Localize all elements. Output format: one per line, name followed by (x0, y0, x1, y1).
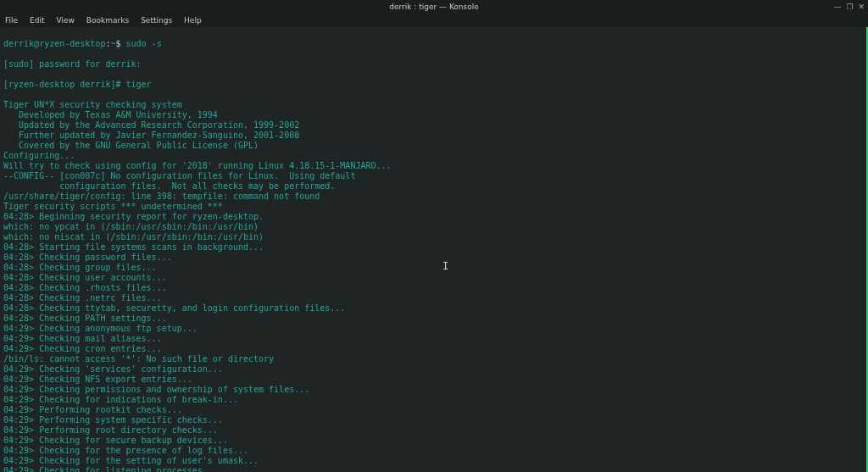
terminal-line: configuration files. Not all checks may … (3, 181, 863, 192)
window-controls: — ❐ ✕ (833, 0, 865, 14)
window-titlebar: derrik : tiger — Konsole — ❐ ✕ (0, 0, 868, 14)
maximize-icon[interactable]: ❐ (846, 0, 853, 14)
terminal-line: 04:28> Checking .netrc files... (3, 293, 863, 303)
prompt-root: [ryzen-desktop derrik]# (3, 80, 126, 89)
terminal-line: 04:28> Checking ttytab, securetty, and l… (3, 303, 863, 314)
terminal-line: 04:29> Checking for indications of break… (3, 395, 863, 405)
terminal-line: 04:29> Checking mail aliases... (3, 334, 863, 344)
terminal-line: /usr/share/tiger/config: line 398: tempf… (3, 192, 863, 202)
terminal-line: Tiger UN*X security checking system (3, 100, 863, 110)
command-text: sudo -s (126, 39, 162, 48)
terminal-line: 04:29> Checking cron entries... (3, 344, 863, 354)
terminal-line: Covered by the GNU General Public Licens… (3, 141, 863, 151)
terminal-line: 04:29> Performing system specific checks… (3, 415, 863, 425)
terminal-line: /bin/ls: cannot access '*': No such file… (3, 354, 863, 364)
terminal-line: which: no ypcat in (/sbin:/usr/sbin:/bin… (3, 222, 863, 232)
terminal-line: Tiger security scripts *** undetermined … (3, 202, 863, 212)
terminal-line: 04:29> Checking for the presence of log … (3, 446, 863, 456)
terminal-line: 04:28> Starting file systems scans in ba… (3, 242, 863, 253)
terminal-line: 04:28> Checking .rhosts files... (3, 283, 863, 293)
menu-settings[interactable]: Settings (141, 16, 172, 25)
terminal-line: 04:28> Checking group files... (3, 263, 863, 273)
terminal-line: derrik@ryzen-desktop:~$ sudo -s (3, 39, 863, 49)
terminal-line: which: no niscat in (/sbin:/usr/sbin:/bi… (3, 232, 863, 242)
menu-bookmarks[interactable]: Bookmarks (86, 16, 129, 25)
terminal-line: [ryzen-desktop derrik]# tiger (3, 80, 863, 90)
terminal-line: 04:29> Checking permissions and ownershi… (3, 385, 863, 395)
terminal-line: 04:28> Checking user accounts... (3, 273, 863, 283)
terminal-line: 04:29> Checking for listening processes.… (3, 466, 863, 472)
terminal-line: 04:29> Checking for secure backup device… (3, 436, 863, 446)
terminal-line: Configuring... (3, 151, 863, 161)
terminal-line: Will try to check using config for '2018… (3, 161, 863, 171)
menu-help[interactable]: Help (184, 16, 202, 25)
terminal-line: 04:29> Checking for the setting of user'… (3, 456, 863, 466)
terminal-line: 04:28> Beginning security report for ryz… (3, 212, 863, 222)
menu-edit[interactable]: Edit (30, 16, 44, 25)
terminal-line: --CONFIG-- [con007c] No configuration fi… (3, 171, 863, 181)
menu-bar: File Edit View Bookmarks Settings Help (0, 14, 868, 27)
close-icon[interactable]: ✕ (858, 0, 865, 14)
terminal-viewport[interactable]: derrik@ryzen-desktop:~$ sudo -s [sudo] p… (0, 27, 868, 472)
minimize-icon[interactable]: — (833, 0, 841, 14)
terminal-line: 04:28> Checking password files... (3, 253, 863, 263)
prompt-userhost: derrik@ryzen-desktop (3, 39, 105, 48)
terminal-line: 04:29> Checking 'services' configuration… (3, 364, 863, 375)
terminal-line: 04:29> Performing rootkit checks... (3, 405, 863, 415)
terminal-line: 04:29> Checking anonymous ftp setup... (3, 324, 863, 334)
terminal-line: [sudo] password for derrik: (3, 59, 863, 69)
terminal-line: Further updated by Javier Fernandez-Sang… (3, 130, 863, 141)
menu-view[interactable]: View (57, 16, 75, 25)
terminal-line: 04:29> Performing root directory checks.… (3, 425, 863, 436)
window-title: derrik : tiger — Konsole (389, 3, 479, 11)
prompt-sep2: $ (115, 39, 125, 48)
terminal-line: 04:28> Checking PATH settings... (3, 314, 863, 324)
terminal-line: Developed by Texas A&M University, 1994 (3, 110, 863, 120)
command-text: tiger (126, 80, 152, 89)
terminal-line: Updated by the Advanced Research Corpora… (3, 120, 863, 130)
terminal-line: 04:29> Checking NFS export entries... (3, 375, 863, 385)
menu-file[interactable]: File (5, 16, 18, 25)
